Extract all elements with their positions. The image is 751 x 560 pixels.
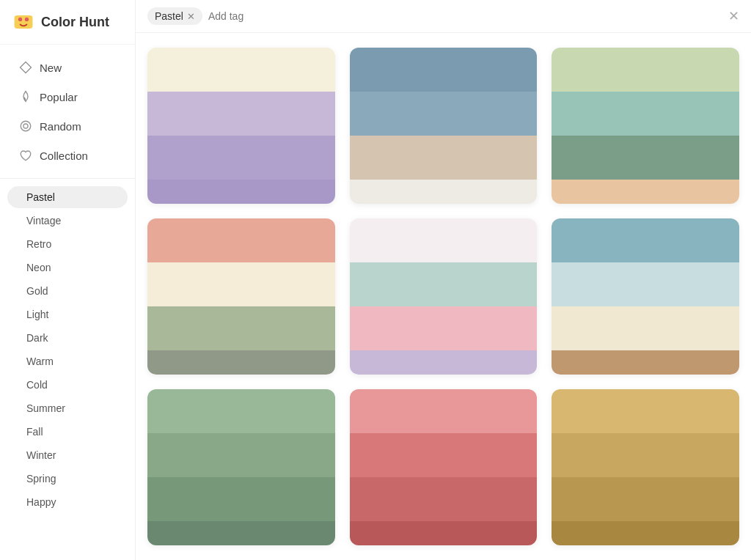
tag-pastel[interactable]: Pastel: [7, 186, 128, 208]
color-strip: [350, 521, 538, 545]
app-name: Color Hunt: [41, 15, 109, 30]
nav-item-new[interactable]: New: [6, 54, 129, 81]
tag-cold[interactable]: Cold: [7, 374, 128, 396]
color-strip: [350, 350, 538, 375]
color-strip: [147, 218, 335, 262]
tag-winter[interactable]: Winter: [7, 444, 128, 466]
tag-gold[interactable]: Gold: [7, 280, 128, 302]
color-strip: [350, 180, 538, 204]
svg-marker-3: [21, 62, 32, 73]
palette-card-2[interactable]: ♡ 1,564 1 week: [350, 48, 538, 204]
tag-list: Pastel Vintage Retro Neon Gold Light Dar…: [0, 178, 135, 520]
tag-dark[interactable]: Dark: [7, 327, 128, 349]
tag-neon[interactable]: Neon: [7, 257, 128, 279]
tag-warm[interactable]: Warm: [7, 350, 128, 372]
color-strips-8: [350, 389, 538, 545]
color-strip: [552, 306, 739, 350]
color-strip: [350, 433, 538, 477]
color-strip: [350, 262, 538, 306]
color-strip: [147, 48, 335, 92]
color-strip: [552, 48, 739, 92]
app-logo[interactable]: Color Hunt: [0, 0, 135, 45]
tag-fall[interactable]: Fall: [7, 421, 128, 443]
color-strip: [147, 433, 335, 477]
color-strip: [147, 477, 335, 521]
color-strip: [147, 521, 335, 545]
active-search-tag: Pastel ✕: [147, 7, 202, 25]
color-strip: [552, 350, 739, 375]
color-strip: [552, 180, 739, 204]
color-strip: [552, 262, 739, 306]
tag-retro[interactable]: Retro: [7, 233, 128, 255]
tag-summer[interactable]: Summer: [7, 397, 128, 419]
main-content: Pastel ✕ ✕ ♡ 1,124 6 days: [136, 0, 751, 560]
fire-icon: [19, 90, 32, 103]
color-strip: [350, 477, 538, 521]
color-strip: [147, 92, 335, 136]
search-tag-close-button[interactable]: ✕: [187, 12, 195, 21]
search-bar: Pastel ✕ ✕: [136, 0, 751, 33]
color-strips-1: [147, 48, 335, 204]
color-strips-5: [350, 218, 538, 375]
logo-icon: [12, 10, 35, 34]
palette-card-8[interactable]: ♡ 1,892 1 month: [350, 389, 538, 545]
color-strips-9: [552, 389, 739, 545]
color-strip: [350, 136, 538, 180]
color-strip: [147, 262, 335, 306]
search-input[interactable]: [208, 10, 722, 22]
nav-label-new: New: [40, 62, 62, 74]
color-strips-6: [552, 218, 739, 375]
tag-vintage[interactable]: Vintage: [7, 210, 128, 232]
search-close-button[interactable]: ✕: [728, 8, 739, 24]
palette-card-6[interactable]: ♡ 4,046 1 month: [552, 218, 739, 375]
color-strip: [552, 521, 739, 545]
color-strip: [350, 389, 538, 433]
random-icon: [19, 119, 32, 133]
color-strips-2: [350, 48, 538, 204]
color-strip: [552, 218, 739, 262]
svg-point-2: [25, 18, 29, 21]
search-tag-label: Pastel: [155, 10, 183, 22]
color-strips-4: [147, 218, 335, 375]
nav-item-popular[interactable]: Popular: [6, 83, 129, 111]
sidebar: Color Hunt New Popular Random: [0, 0, 136, 560]
color-strip: [147, 350, 335, 375]
diamond-icon: [19, 61, 32, 74]
main-nav: New Popular Random Collection: [0, 45, 135, 178]
color-strip: [552, 433, 739, 477]
color-strips-7: [147, 389, 335, 545]
palette-card-1[interactable]: ♡ 1,124 6 days: [147, 48, 335, 204]
palette-card-5[interactable]: ♡ 3,697 1 month: [350, 218, 538, 375]
nav-label-popular: Popular: [40, 91, 78, 103]
svg-point-1: [18, 18, 22, 21]
color-strip: [552, 92, 739, 136]
tag-happy[interactable]: Happy: [7, 491, 128, 513]
palette-card-3[interactable]: ♡ 1,443 1 week: [552, 48, 739, 204]
color-strip: [350, 92, 538, 136]
color-strip: [350, 218, 538, 262]
nav-label-collection: Collection: [40, 150, 88, 162]
tag-spring[interactable]: Spring: [7, 468, 128, 490]
color-strip: [350, 48, 538, 92]
tag-light[interactable]: Light: [7, 303, 128, 325]
palette-card-7[interactable]: ♡ 2,201 1 month: [147, 389, 335, 545]
color-strip: [552, 389, 739, 433]
palettes-grid: ♡ 1,124 6 days ♡ 1,564 1 week: [136, 33, 751, 560]
heart-nav-icon: [19, 149, 32, 162]
color-strip: [147, 136, 335, 180]
color-strip: [350, 306, 538, 350]
nav-label-random: Random: [40, 120, 81, 133]
color-strip: [552, 136, 739, 180]
color-strip: [147, 180, 335, 204]
nav-item-random[interactable]: Random: [6, 112, 129, 140]
color-strip: [552, 477, 739, 521]
color-strip: [147, 306, 335, 350]
palette-card-9[interactable]: ♡ 2,543 1 month: [552, 389, 739, 545]
color-strip: [147, 389, 335, 433]
color-strips-3: [552, 48, 739, 204]
nav-item-collection[interactable]: Collection: [6, 141, 129, 169]
palette-card-4[interactable]: ♡ 1,813 2 weeks: [147, 218, 335, 375]
svg-point-4: [21, 121, 31, 131]
